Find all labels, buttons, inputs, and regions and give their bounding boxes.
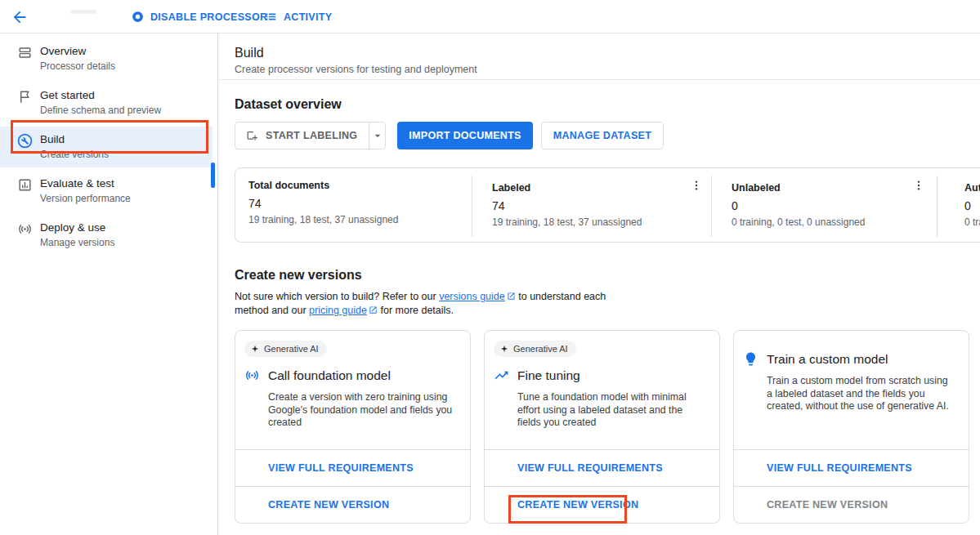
view-full-requirements-link[interactable]: VIEW FULL REQUIREMENTS (268, 462, 414, 474)
build-wrench-icon (17, 133, 33, 149)
page-subtitle: Create processor versions for testing an… (235, 64, 980, 75)
sidebar-item-overview[interactable]: Overview Processor details (0, 38, 217, 79)
external-link-icon (507, 292, 516, 301)
stat-detail: 19 training, 18 test, 37 unassigned (248, 214, 463, 225)
create-new-versions-heading: Create new versions (235, 268, 980, 283)
dataset-actions: START LABELING IMPORT DOCUMENTS MANAGE D… (235, 122, 980, 149)
intro-text: our (292, 305, 307, 316)
back-arrow-button[interactable] (11, 8, 29, 26)
left-nav: Overview Processor details Get started D… (0, 33, 218, 535)
stat-labeled: Labeled 74 19 training, 18 test, 37 unas… (472, 176, 711, 237)
stat-label: Total documents (248, 180, 463, 191)
page-header: Build Create processor versions for test… (219, 33, 980, 80)
trending-up-icon (494, 368, 509, 383)
versions-guide-link[interactable]: versions guide (439, 291, 516, 302)
sidebar-item-label: Get started (40, 88, 161, 103)
activity-button[interactable]: ACTIVITY (264, 0, 332, 33)
lightbulb-icon (743, 351, 758, 367)
external-link-icon (369, 305, 378, 314)
sidebar-item-label: Evaluate & test (40, 176, 131, 191)
dataset-overview-heading: Dataset overview (235, 80, 980, 112)
sidebar-item-label: Deploy & use (40, 221, 114, 235)
stat-value: 74 (248, 197, 463, 210)
view-full-requirements-link[interactable]: VIEW FULL REQUIREMENTS (517, 462, 663, 474)
stat-value: 74 (492, 199, 703, 212)
redacted-processor-name (70, 10, 96, 14)
import-documents-button[interactable]: IMPORT DOCUMENTS (397, 122, 532, 149)
stat-detail: 19 training, 18 test, 37 unassigned (492, 216, 703, 228)
bar-chart-icon (17, 177, 33, 193)
sparkle-icon (251, 345, 259, 353)
flag-icon (17, 89, 33, 105)
disable-processor-button[interactable]: DISABLE PROCESSOR (131, 0, 267, 33)
card-train-custom-model: Train a custom model Train a custom mode… (733, 330, 969, 524)
stat-detail: 0 tra (964, 216, 980, 228)
create-new-version-link-disabled: CREATE NEW VERSION (767, 499, 888, 510)
sidebar-item-get-started[interactable]: Get started Define schema and preview (0, 82, 217, 123)
page-title: Build (235, 46, 980, 60)
card-description: Create a version with zero training usin… (268, 391, 457, 430)
card-description: Train a custom model from scratch using … (767, 375, 955, 413)
card-fine-tuning: Generative AI Fine tuning Tune a foundat… (484, 330, 720, 524)
sidebar-item-deploy-use[interactable]: Deploy & use Manage versions (0, 215, 217, 256)
stat-detail: 0 training, 0 test, 0 unassigned (732, 216, 929, 228)
version-cards: Generative AI Call foundation model Crea… (235, 330, 980, 524)
stat-auto-labeled: Aut 0 0 tra (937, 176, 980, 237)
stat-label: Labeled (492, 182, 703, 194)
broadcast-icon (17, 221, 33, 237)
stat-label: Unlabeled (732, 182, 929, 194)
sidebar-item-description: Version performance (40, 192, 131, 206)
sidebar-item-label: Build (40, 132, 109, 147)
create-new-version-link[interactable]: CREATE NEW VERSION (268, 499, 389, 510)
view-full-requirements-link[interactable]: VIEW FULL REQUIREMENTS (767, 462, 912, 474)
manage-dataset-button[interactable]: MANAGE DATASET (541, 122, 664, 149)
foundation-model-icon (244, 368, 260, 383)
kebab-menu-icon[interactable] (690, 179, 703, 192)
dataset-stats-card: Total documents 74 19 training, 18 test,… (235, 167, 980, 243)
generative-ai-badge: Generative AI (494, 341, 576, 357)
sidebar-item-build[interactable]: Build Create versions (0, 127, 213, 167)
disable-circle-icon (131, 10, 145, 24)
stat-unlabeled: Unlabeled 0 0 training, 0 test, 0 unassi… (711, 176, 937, 237)
intro-text: Not sure which version to build? Refer t… (235, 291, 436, 302)
activity-label: ACTIVITY (284, 11, 332, 23)
start-labeling-label: START LABELING (266, 130, 357, 141)
stat-value: 0 (732, 199, 929, 212)
start-labeling-split-button: START LABELING (235, 122, 386, 149)
create-new-version-link[interactable]: CREATE NEW VERSION (517, 499, 638, 510)
label-add-icon (245, 129, 259, 143)
card-description: Tune a foundation model with minimal eff… (517, 391, 706, 430)
sidebar-item-description: Processor details (40, 60, 115, 74)
overview-icon (17, 45, 33, 60)
pricing-guide-link[interactable]: pricing guide (309, 305, 378, 316)
sidebar-item-evaluate-test[interactable]: Evaluate & test Version performance (0, 171, 217, 212)
card-title: Fine tuning (517, 368, 580, 383)
list-icon (264, 10, 278, 24)
card-title: Call foundation model (268, 368, 391, 383)
stat-label: Aut (964, 182, 980, 194)
versions-intro-text: Not sure which version to build? Refer t… (235, 290, 627, 317)
stat-total-documents: Total documents 74 19 training, 18 test,… (235, 168, 472, 242)
stat-value: 0 (964, 199, 980, 212)
sidebar-item-description: Define schema and preview (40, 104, 161, 118)
top-app-bar: DISABLE PROCESSOR ACTIVITY (0, 0, 980, 33)
generative-ai-badge: Generative AI (244, 341, 327, 357)
sparkle-icon (500, 345, 508, 353)
start-labeling-dropdown[interactable] (369, 123, 385, 149)
start-labeling-button[interactable]: START LABELING (235, 123, 369, 149)
card-call-foundation-model: Generative AI Call foundation model Crea… (235, 330, 471, 524)
sidebar-item-description: Create versions (40, 148, 109, 162)
main-content: Build Create processor versions for test… (219, 33, 980, 535)
chevron-down-icon (371, 129, 384, 142)
disable-processor-label: DISABLE PROCESSOR (150, 11, 267, 23)
sidebar-item-label: Overview (40, 44, 115, 59)
kebab-menu-icon[interactable] (912, 179, 925, 192)
sidebar-item-description: Manage versions (40, 236, 114, 250)
intro-text: for more details. (380, 305, 454, 316)
card-title: Train a custom model (767, 352, 888, 367)
sidebar-scrollbar-thumb[interactable] (211, 163, 215, 188)
